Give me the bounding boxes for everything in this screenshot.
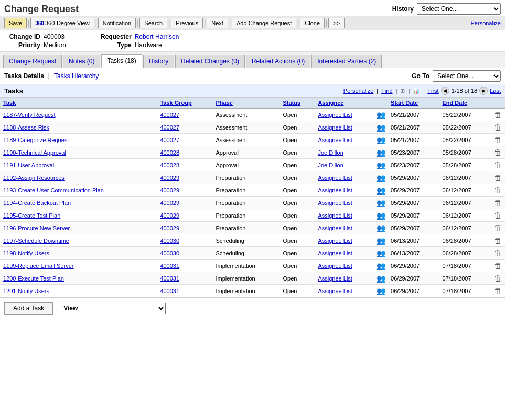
assignee-link[interactable]: Joe Dillon [318,162,343,168]
subtab-tasks-hierarchy[interactable]: Tasks Hierarchy [54,72,99,80]
save-button[interactable]: Save [4,18,27,28]
assign-icon[interactable]: 👥 [377,224,385,232]
task-group-link[interactable]: 400030 [160,250,179,256]
assignee-link[interactable]: Assignee List [318,212,352,219]
assignee-link[interactable]: Assignee List [318,112,352,118]
task-group-link[interactable]: 400028 [160,162,179,168]
assign-icon[interactable]: 👥 [377,161,385,169]
task-link[interactable]: 1196-Procure New Server [3,225,70,231]
task-link[interactable]: 1195-Create Test Plan [3,212,60,219]
task-link[interactable]: 1192-Assign Resources [3,175,65,181]
task-group-link[interactable]: 400029 [160,212,179,219]
task-link[interactable]: 1201-Notify Users [3,288,49,294]
delete-button[interactable]: 🗑 [493,173,503,182]
assignee-link[interactable]: Assignee List [318,175,352,181]
th-task[interactable]: Task [0,98,157,109]
last-page-btn[interactable]: Last [490,88,501,94]
assignee-link[interactable]: Assignee List [318,137,352,143]
delete-button[interactable]: 🗑 [493,249,503,257]
delete-button[interactable]: 🗑 [493,135,503,144]
task-group-link[interactable]: 400027 [160,124,179,131]
export-icon[interactable]: ⊞ [400,88,405,94]
prev-page-btn[interactable]: ◀ [441,87,449,95]
delete-button[interactable]: 🗑 [493,286,503,295]
tab-interested-parties--2-[interactable]: Interested Parties (2) [311,55,382,68]
assignee-link[interactable]: Assignee List [318,124,352,131]
personalize-link[interactable]: Personalize [471,20,501,26]
task-link[interactable]: 1198-Notify Users [3,250,49,256]
tab-related-actions--0-[interactable]: Related Actions (0) [246,55,310,68]
assign-icon[interactable]: 👥 [377,287,385,295]
assign-icon[interactable]: 👥 [377,211,385,220]
assignee-link[interactable]: Assignee List [318,288,352,294]
task-group-link[interactable]: 400027 [160,137,179,143]
delete-button[interactable]: 🗑 [493,148,503,157]
task-group-link[interactable]: 400031 [160,263,179,269]
task-link[interactable]: 1189-Categorize Request [3,137,69,143]
notification-button[interactable]: Notification [98,18,136,28]
goto-select[interactable]: Select One... [433,70,501,82]
task-link[interactable]: 1190-Technical Approval [3,149,66,156]
assign-icon[interactable]: 👥 [377,186,385,195]
first-page-btn[interactable]: First [427,88,438,94]
add-task-button[interactable]: Add a Task [4,302,53,315]
task-group-link[interactable]: 400027 [160,112,179,118]
task-group-link[interactable]: 400029 [160,200,179,206]
task-link[interactable]: 1191-User Approval [3,162,54,168]
assignee-link[interactable]: Assignee List [318,238,352,244]
assign-icon[interactable]: 👥 [377,249,385,257]
assign-icon[interactable]: 👥 [377,199,385,207]
assign-icon[interactable]: 👥 [377,236,385,245]
clone-button[interactable]: Clone [300,18,325,28]
assignee-link[interactable]: Assignee List [318,225,352,231]
find-tasks-link[interactable]: Find [381,88,392,94]
th-assignee[interactable]: Assignee [315,98,374,109]
task-link[interactable]: 1197-Schedule Downtime [3,238,69,244]
assign-icon[interactable]: 👥 [377,174,385,182]
delete-button[interactable]: 🗑 [493,261,503,270]
task-link[interactable]: 1199-Replace Email Server [3,263,74,269]
th-phase[interactable]: Phase [213,98,280,109]
task-group-link[interactable]: 400029 [160,187,179,193]
task-group-link[interactable]: 400028 [160,149,179,156]
task-group-link[interactable]: 400030 [160,238,179,244]
view360-button[interactable]: 360 360-Degree View [30,18,94,28]
th-start-date[interactable]: Start Date [388,98,439,109]
delete-button[interactable]: 🗑 [493,223,503,232]
th-status[interactable]: Status [280,98,315,109]
next-button[interactable]: Next [207,18,228,28]
task-link[interactable]: 1193-Create User Communication Plan [3,187,104,193]
delete-button[interactable]: 🗑 [493,110,503,119]
add-change-button[interactable]: Add Change Request [232,18,296,28]
chart-icon[interactable]: 📊 [413,88,420,94]
tab-notes--0-[interactable]: Notes (0) [63,55,100,68]
task-link[interactable]: 1187-Verify Request [3,112,56,118]
assignee-link[interactable]: Joe Dillon [318,149,343,156]
assign-icon[interactable]: 👥 [377,123,385,132]
tab-history[interactable]: History [143,55,174,68]
task-group-link[interactable]: 400029 [160,225,179,231]
assign-icon[interactable]: 👥 [377,274,385,283]
assign-icon[interactable]: 👥 [377,111,385,119]
tab-change-request[interactable]: Change Request [3,55,62,68]
assign-icon[interactable]: 👥 [377,136,385,144]
tab-related-changes--0-[interactable]: Related Changes (0) [175,55,245,68]
delete-button[interactable]: 🗑 [493,160,503,169]
task-group-link[interactable]: 400031 [160,288,179,294]
personalize-tasks-link[interactable]: Personalize [343,88,373,94]
task-group-link[interactable]: 400031 [160,275,179,282]
previous-button[interactable]: Previous [171,18,203,28]
assignee-link[interactable]: Assignee List [318,275,352,282]
assign-icon[interactable]: 👥 [377,262,385,270]
th-end-date[interactable]: End Date [439,98,491,109]
task-link[interactable]: 1188-Assess Risk [3,124,49,131]
search-button[interactable]: Search [139,18,167,28]
delete-button[interactable]: 🗑 [493,123,503,132]
more-button[interactable]: >> [328,18,345,28]
delete-button[interactable]: 🗑 [493,236,503,245]
history-select[interactable]: Select One... [417,3,501,15]
delete-button[interactable]: 🗑 [493,274,503,283]
assignee-link[interactable]: Assignee List [318,200,352,206]
assign-icon[interactable]: 👥 [377,148,385,157]
tab-tasks--18-[interactable]: Tasks (18) [101,54,142,68]
